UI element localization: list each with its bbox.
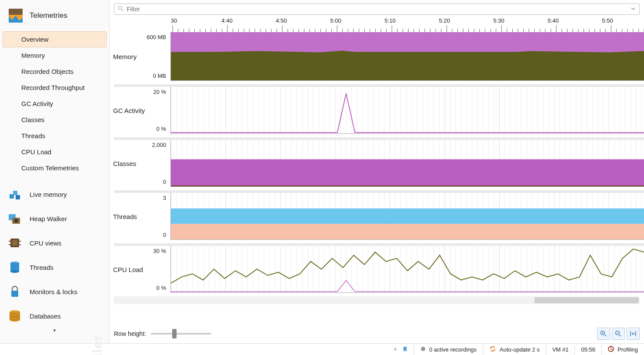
refresh-icon [489,346,496,353]
y-axis-top: 20 % [114,89,168,95]
cpu-views-icon [8,236,22,250]
status-recordings[interactable]: 0 active recordings [414,344,483,355]
chart-title: CPU Load [113,266,143,273]
chart-row-cpu[interactable]: 30 % CPU Load 0 % [110,246,644,293]
chart-row-gc[interactable]: 20 % GC Activity 0 % [110,87,644,134]
time-tick: 5:10 [384,17,395,24]
sidebar-item-overview[interactable]: Overview [3,31,107,47]
timeline-area: 30 4:40 4:50 5:00 5:10 5:20 5:30 5:40 5:… [110,17,644,324]
sidebar-more-arrow[interactable]: ▼ [0,328,109,334]
zoom-in-button[interactable] [597,328,610,340]
time-axis: 30 4:40 4:50 5:00 5:10 5:20 5:30 5:40 5:… [170,17,644,32]
sidebar-item-gc-activity[interactable]: GC Activity [3,96,107,112]
sidebar-section-title: Telemetries [30,11,67,20]
sidebar-item-live-memory[interactable]: Live memory [0,182,109,206]
scrollbar-thumb[interactable] [534,297,639,303]
zoom-fit-button[interactable] [627,328,640,340]
time-tick: 4:40 [221,17,232,24]
chart-canvas-classes [170,140,644,187]
add-button[interactable]: + [391,345,399,353]
sidebar-item-cpu-load[interactable]: CPU Load [3,144,107,160]
row-height-label: Row height: [114,330,146,337]
chart-canvas-gc [170,87,644,134]
status-vm[interactable]: VM #1 [546,344,575,355]
svg-line-551 [604,335,606,336]
sidebar: Telemetries Overview Memory Recorded Obj… [0,0,110,343]
y-axis-bottom: 0 % [114,285,168,291]
y-axis-bottom: 0 [114,232,168,238]
sidebar-item-memory[interactable]: Memory [3,47,107,63]
sidebar-item-recorded-throughput[interactable]: Recorded Throughput [3,80,107,96]
bottom-controls: Row height: [110,324,644,343]
status-profiling[interactable]: Profiling [601,344,644,355]
sidebar-main-nav: Live memory Heap Walker CPU views Thread… [0,182,109,334]
svg-point-16 [10,270,19,273]
chart-row-memory[interactable]: 600 MB Memory 0 MB [110,32,644,81]
sidebar-item-monitors-locks[interactable]: Monitors & locks [0,279,109,304]
sidebar-item-databases[interactable]: Databases [0,304,109,328]
svg-point-21 [118,6,122,10]
chart-title: Classes [113,160,136,167]
status-auto-update[interactable]: Auto-update 2 s [483,344,546,355]
sidebar-item-threads-main[interactable]: Threads [0,255,109,279]
chart-canvas-threads [170,193,644,240]
y-axis-top: 3 [114,195,168,201]
svg-rect-17 [11,291,18,297]
time-tick: 5:30 [493,17,504,24]
sidebar-item-classes[interactable]: Classes [3,112,107,128]
chart-canvas-memory [170,32,644,81]
sidebar-item-recorded-objects[interactable]: Recorded Objects [3,63,107,80]
sidebar-item-heap-walker[interactable]: Heap Walker [0,206,109,231]
telemetries-icon [8,8,23,23]
live-memory-icon [8,187,22,201]
chart-title: Memory [113,53,137,60]
time-tick: 5:20 [439,17,450,24]
time-tick: 4:50 [276,17,287,24]
svg-point-559 [421,347,425,351]
time-tick: 5:40 [547,17,558,24]
chart-title: GC Activity [113,107,145,114]
y-axis-bottom: 0 MB [114,73,168,79]
heap-walker-icon [8,212,22,226]
filter-dropdown-icon[interactable] [631,6,636,13]
svg-line-562 [611,349,613,350]
time-tick: 5:50 [602,17,613,24]
y-axis-top: 30 % [114,248,168,254]
watermark: JProfiler [90,335,106,355]
svg-line-22 [122,9,123,11]
record-icon [420,346,426,353]
svg-point-7 [14,219,18,222]
filter-box[interactable] [114,3,640,15]
svg-rect-0 [9,9,23,15]
row-height-slider[interactable] [150,333,211,335]
chart-row-threads[interactable]: 3 Threads 0 [110,193,644,240]
svg-rect-3 [13,191,17,195]
time-tick: 5:00 [330,17,341,24]
svg-rect-4 [16,195,20,199]
threads-icon [8,260,22,274]
time-tick: 30 [171,17,177,24]
y-axis-bottom: 0 % [114,126,168,132]
profiling-icon [608,346,614,353]
chart-row-classes[interactable]: 2,000 Classes 0 [110,140,644,187]
horizontal-scrollbar[interactable] [114,296,640,304]
svg-rect-9 [12,240,17,246]
filter-input[interactable] [127,6,636,13]
search-icon [118,6,124,13]
main-panel: 30 4:40 4:50 5:00 5:10 5:20 5:30 5:40 5:… [110,0,644,343]
y-axis-top: 600 MB [114,34,168,40]
y-axis-bottom: 0 [114,179,168,185]
bookmark-icon[interactable] [402,345,410,353]
sidebar-subitems: Overview Memory Recorded Objects Recorde… [0,31,109,176]
sidebar-item-custom-telemetries[interactable]: Custom Telemetries [3,160,107,176]
chart-canvas-cpu [170,246,644,293]
sidebar-item-cpu-views[interactable]: CPU views [0,231,109,255]
sidebar-item-threads[interactable]: Threads [3,128,107,144]
sidebar-section-telemetries[interactable]: Telemetries [0,3,109,31]
slider-handle[interactable] [172,329,177,338]
chart-title: Threads [113,213,137,220]
databases-icon [8,309,22,323]
zoom-out-button[interactable] [612,328,625,340]
y-axis-top: 2,000 [114,142,168,148]
status-time: 05:56 [574,344,601,355]
